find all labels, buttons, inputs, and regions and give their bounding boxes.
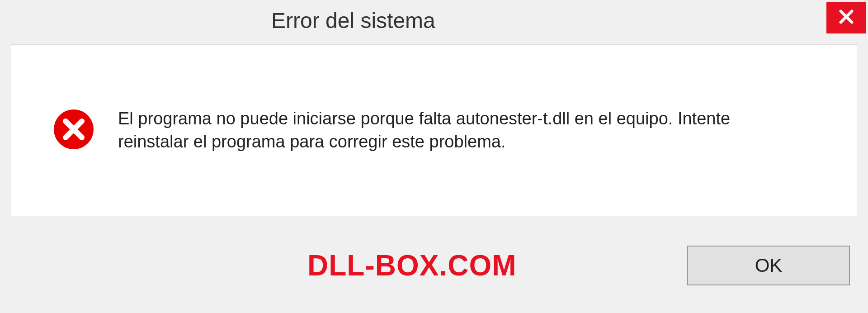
- content-panel: El programa no puede iniciarse porque fa…: [11, 44, 857, 216]
- error-icon: [52, 108, 95, 153]
- close-icon: [837, 7, 856, 28]
- error-message: El programa no puede iniciarse porque fa…: [118, 107, 796, 154]
- ok-button[interactable]: OK: [687, 246, 850, 285]
- titlebar: Error del sistema: [0, 0, 868, 41]
- watermark-text: DLL-BOX.COM: [307, 249, 517, 282]
- dialog-title: Error del sistema: [271, 8, 435, 33]
- close-button[interactable]: [826, 2, 866, 33]
- error-dialog: Error del sistema El programa no puede i…: [0, 0, 868, 313]
- footer: DLL-BOX.COM OK: [0, 227, 868, 313]
